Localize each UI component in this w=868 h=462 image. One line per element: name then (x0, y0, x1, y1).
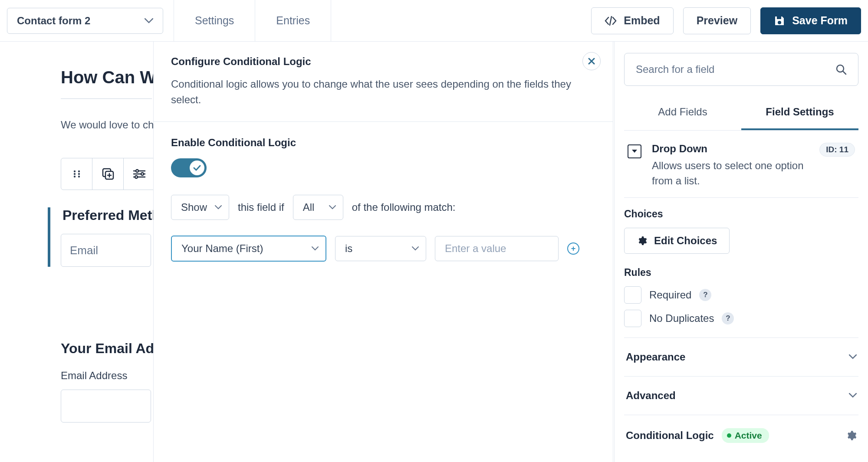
svg-point-10 (136, 170, 138, 172)
help-icon[interactable]: ? (699, 289, 711, 301)
field-toolbar (61, 158, 155, 190)
field-info-text: Drop Down Allows users to select one opt… (652, 143, 809, 189)
svg-point-5 (78, 173, 79, 175)
condition-field-select[interactable]: Your Name (First) (171, 236, 326, 262)
conditional-logic-accordion[interactable]: Conditional Logic Active (624, 415, 858, 456)
rule-text-middle: this field if (238, 201, 284, 213)
search-input[interactable]: Search for a field (624, 53, 858, 86)
svg-point-1 (778, 21, 781, 24)
modal-title: Configure Conditional Logic (171, 56, 595, 68)
close-icon[interactable] (582, 52, 601, 70)
tab-field-settings[interactable]: Field Settings (741, 95, 858, 130)
active-text: Active (735, 430, 762, 441)
condition-value-input[interactable]: Enter a value (435, 236, 559, 261)
svg-point-6 (73, 176, 75, 177)
appearance-accordion[interactable]: Appearance (624, 338, 858, 377)
drag-handle-icon[interactable] (61, 158, 92, 190)
chevron-down-icon (849, 354, 857, 359)
svg-point-12 (135, 176, 138, 178)
field-id-badge: ID: 11 (819, 143, 855, 157)
show-hide-select[interactable]: Show (171, 195, 229, 220)
tab-entries[interactable]: Entries (255, 0, 331, 41)
modal-body: Enable Conditional Logic Show this field… (154, 122, 613, 276)
rule-row: Show this field if All of the following … (171, 195, 595, 220)
save-label: Save Form (792, 14, 848, 27)
required-checkbox[interactable] (624, 286, 641, 304)
modal-header: Configure Conditional Logic Conditional … (154, 42, 613, 122)
duplicate-icon[interactable] (92, 158, 124, 190)
save-icon (774, 15, 785, 26)
svg-point-2 (73, 170, 75, 172)
save-button[interactable]: Save Form (760, 7, 861, 34)
condition-value-placeholder: Enter a value (445, 242, 506, 255)
modal-subtitle: Conditional logic allows you to change w… (171, 76, 595, 108)
edit-choices-label: Edit Choices (654, 235, 717, 247)
no-duplicates-label: No Duplicates (649, 312, 714, 324)
conditional-logic-modal: Configure Conditional Logic Conditional … (153, 42, 613, 462)
enable-label: Enable Conditional Logic (171, 137, 595, 149)
dropdown-field[interactable]: Email (61, 234, 151, 267)
field-type: Drop Down (652, 143, 809, 155)
condition-op-value: is (345, 242, 352, 255)
advanced-label: Advanced (626, 390, 676, 402)
all-any-select[interactable]: All (293, 195, 343, 220)
no-duplicates-row: No Duplicates ? (624, 310, 858, 327)
edit-choices-button[interactable]: Edit Choices (624, 228, 730, 254)
field-info: Drop Down Allows users to select one opt… (624, 131, 858, 198)
advanced-accordion[interactable]: Advanced (624, 377, 858, 415)
chevron-down-icon (145, 18, 153, 23)
status-dot-icon (727, 433, 731, 438)
svg-point-3 (78, 170, 79, 172)
gear-icon[interactable] (845, 430, 857, 441)
rule-text-tail: of the following match: (352, 201, 456, 213)
svg-point-7 (78, 176, 79, 177)
embed-button[interactable]: Embed (591, 7, 673, 34)
chevron-down-icon (215, 205, 222, 210)
email-field[interactable] (61, 390, 151, 423)
sidebar-tabs: Add Fields Field Settings (624, 95, 858, 131)
dropdown-value: Email (70, 244, 98, 257)
content: How Can We We would love to chat Preferr… (0, 42, 868, 462)
top-actions: Embed Preview Save Form (591, 7, 861, 34)
add-condition-button[interactable]: + (567, 242, 579, 255)
condition-field-value: Your Name (First) (181, 242, 263, 255)
embed-label: Embed (624, 14, 660, 27)
required-label: Required (649, 289, 691, 301)
appearance-label: Appearance (626, 351, 685, 363)
help-icon[interactable]: ? (722, 312, 734, 324)
show-value: Show (181, 201, 207, 213)
search-icon (835, 64, 847, 75)
field-desc: Allows users to select one option from a… (652, 158, 809, 189)
chevron-down-icon (849, 393, 857, 398)
required-row: Required ? (624, 286, 858, 304)
settings-icon[interactable] (124, 158, 155, 190)
form-name: Contact form 2 (17, 15, 90, 27)
canvas-column: How Can We We would love to chat Preferr… (0, 42, 614, 462)
enable-toggle[interactable] (171, 158, 207, 177)
toggle-knob (190, 161, 204, 175)
chevron-down-icon (412, 246, 419, 251)
svg-point-4 (73, 173, 75, 175)
svg-rect-0 (777, 16, 781, 19)
divider (61, 98, 152, 99)
top-tabs: Settings Entries (174, 0, 331, 41)
svg-point-11 (141, 173, 144, 175)
preview-button[interactable]: Preview (683, 7, 751, 34)
all-value: All (303, 201, 315, 213)
choices-label: Choices (624, 208, 858, 220)
chevron-down-icon (312, 246, 319, 251)
tab-add-fields[interactable]: Add Fields (624, 95, 741, 130)
topbar: Contact form 2 Settings Entries Embed Pr… (0, 0, 868, 42)
tab-settings[interactable]: Settings (174, 0, 255, 41)
form-selector[interactable]: Contact form 2 (7, 8, 163, 34)
sidebar: Search for a field Add Fields Field Sett… (614, 42, 868, 462)
no-duplicates-checkbox[interactable] (624, 310, 641, 327)
choices-panel: Choices Edit Choices Rules Required ? No… (624, 198, 858, 338)
rules-label: Rules (624, 267, 858, 279)
condition-row: Your Name (First) is Enter a value (171, 236, 595, 262)
condition-operator-select[interactable]: is (335, 236, 426, 261)
gear-icon (637, 236, 647, 246)
preview-label: Preview (697, 14, 738, 27)
active-badge: Active (722, 428, 769, 443)
cond-logic-label: Conditional Logic (626, 429, 714, 442)
